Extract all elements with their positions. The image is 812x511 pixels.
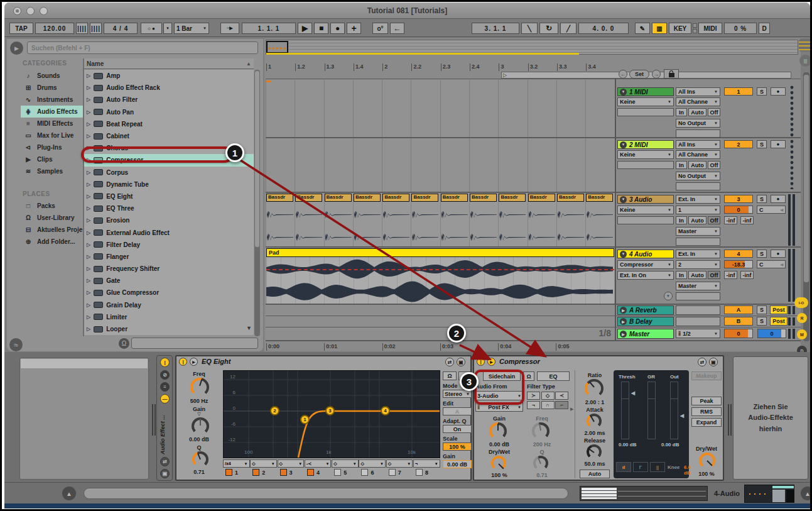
disclosure-icon[interactable]: ▷ xyxy=(87,182,90,187)
pad-clip-title[interactable]: Pad xyxy=(266,248,614,257)
band-enable-checkbox[interactable] xyxy=(252,469,259,476)
clip-title[interactable]: Bassdr xyxy=(441,194,468,202)
rack-hot-swap-button[interactable]: ⇄ xyxy=(160,457,170,466)
comp-save-button[interactable]: ▣ xyxy=(709,358,718,366)
automation-arm-button[interactable]: o° xyxy=(372,23,388,34)
track2-monitor-in[interactable]: In xyxy=(676,161,687,169)
stop-button[interactable]: ■ xyxy=(314,23,328,34)
eq8-gain-knob[interactable] xyxy=(192,417,209,435)
track2-output[interactable]: No Output▼ xyxy=(676,172,720,180)
browser-device-row[interactable]: ▷ Flanger xyxy=(84,251,254,263)
rack-devices-toggle[interactable]: — xyxy=(160,394,170,404)
display-curve-button[interactable]: Γ xyxy=(633,462,648,472)
eq8-adaptq-toggle[interactable]: On xyxy=(443,425,472,433)
track4-arm-button[interactable]: ● xyxy=(771,250,786,258)
audio-clip-bassdrum[interactable]: Bassdr xyxy=(411,193,440,247)
disclosure-icon[interactable]: ▷ xyxy=(87,109,90,115)
track2-routing-menu[interactable]: Keine▼ xyxy=(617,150,674,159)
fold-track-icon[interactable]: ▼ xyxy=(620,89,627,96)
preview-headphone-icon[interactable]: Ω xyxy=(119,338,129,349)
nudge-down-button[interactable]: |||| xyxy=(76,23,88,34)
track1-title[interactable]: ▼1 MIDI xyxy=(617,87,674,96)
eq-band-selector[interactable]: ◇▼ 2 xyxy=(250,459,277,476)
track2-title[interactable]: ▼2 MIDI xyxy=(617,140,674,149)
band-enable-checkbox[interactable] xyxy=(225,469,232,476)
rack-activator-button[interactable]: | xyxy=(160,358,170,367)
audio-clip-bassdrum[interactable]: Bassdr xyxy=(266,193,295,247)
comp-auto-release-toggle[interactable]: Auto xyxy=(580,470,610,478)
time-signature-field[interactable]: 4 / 4 xyxy=(104,23,138,34)
comp-q-value[interactable]: 0.71 xyxy=(523,472,561,478)
loop-button[interactable]: ↻ xyxy=(539,23,558,34)
disclosure-icon[interactable]: ▷ xyxy=(87,133,90,139)
browser-device-row[interactable]: ▷ Dynamic Tube xyxy=(84,179,254,190)
metronome-menu-arrow[interactable]: ▼ xyxy=(163,23,172,34)
search-input[interactable] xyxy=(27,41,258,54)
track2-solo-button[interactable]: S xyxy=(757,140,767,148)
display-activity-button[interactable]: ıl xyxy=(616,462,631,472)
disclosure-icon[interactable]: ▷ xyxy=(87,242,90,248)
track3-title[interactable]: ▼3 Audio xyxy=(617,195,674,204)
browser-device-row[interactable]: ▷ Gate xyxy=(84,275,254,287)
clip-title[interactable]: Bassdr xyxy=(499,194,526,202)
sidebar-category-item[interactable]: ≡ MIDI Effects xyxy=(21,118,83,129)
track1-solo-button[interactable]: S xyxy=(757,87,767,96)
comp-release-value[interactable]: 50.0 ms xyxy=(577,461,612,467)
track3-pan-slider[interactable]: C◀ xyxy=(757,206,786,214)
audio-clip-bassdrum[interactable]: Bassdr xyxy=(470,193,499,247)
eq8-band3-handle[interactable]: 3 xyxy=(325,406,335,415)
filter-type-button[interactable]: ¬ xyxy=(527,401,540,409)
master-pan-slider[interactable]: 0 xyxy=(757,329,786,338)
comp-peak-toggle[interactable]: Peak xyxy=(691,397,722,405)
browser-device-row[interactable]: ▷ Auto Pan xyxy=(84,106,254,118)
display-collapsed-button[interactable]: || xyxy=(650,462,665,472)
comp-q-knob[interactable] xyxy=(533,456,548,471)
band-enable-checkbox[interactable] xyxy=(416,469,423,476)
band-enable-checkbox[interactable] xyxy=(334,469,341,476)
rack-title[interactable]: Audio Effect ... xyxy=(160,407,166,454)
arrangement-lock-button[interactable] xyxy=(664,69,679,79)
browser-device-row[interactable]: ▷ Beat Repeat xyxy=(84,118,254,130)
browser-device-row[interactable]: ▷ EQ Three xyxy=(84,202,254,214)
audio-clip-bassdrum[interactable]: Bassdr xyxy=(528,193,557,247)
comp-fold-button[interactable]: ▶ xyxy=(487,358,495,366)
rack-macro-toggle[interactable]: ⊘ xyxy=(160,370,170,380)
time-ruler[interactable]: 0:000:010:020:030:040:05 xyxy=(266,342,615,351)
eq8-gain-value[interactable]: 0.00 dB xyxy=(181,436,217,442)
track3-input-type[interactable]: Ext. In▼ xyxy=(676,195,720,204)
track2-input-type[interactable]: All Ins▼ xyxy=(676,140,720,149)
track1-monitor-off[interactable]: Off xyxy=(708,108,720,116)
sort-ascending-icon[interactable]: ▲ xyxy=(246,61,251,67)
sidebar-place-item[interactable]: Ω User-Library xyxy=(21,212,83,224)
play-icon[interactable]: ▶ xyxy=(620,331,627,338)
follow-button[interactable]: ∙∙▶ xyxy=(220,23,239,34)
return-a-solo-button[interactable]: S xyxy=(757,305,767,314)
eq8-audition-headphone-button[interactable]: Ω xyxy=(443,371,457,380)
comp-makeup-toggle[interactable]: Makeup xyxy=(691,371,722,380)
track1-input-type[interactable]: All Ins▼ xyxy=(676,87,720,96)
clip-title[interactable]: Bassdr xyxy=(325,194,352,202)
master-title[interactable]: ▶Master xyxy=(617,329,674,339)
show-device-view-button[interactable]: ▲ xyxy=(801,486,812,500)
comp-eq-toggle[interactable]: EQ xyxy=(537,371,570,381)
track4-routing2-menu[interactable]: Ext. In On▼ xyxy=(617,271,674,280)
clip-overview-strip[interactable] xyxy=(580,486,708,501)
sidebar-category-item[interactable]: ▭ Max for Live xyxy=(21,129,83,141)
track2-lane[interactable] xyxy=(266,138,615,192)
browser-device-row[interactable]: ▷ Cabinet xyxy=(84,130,254,142)
band-enable-checkbox[interactable] xyxy=(307,469,314,476)
sidebar-category-item[interactable]: ♪ Sounds xyxy=(21,70,83,82)
track4-input-type[interactable]: Ext. In▼ xyxy=(676,250,720,258)
track4-routing-menu[interactable]: Compressor▼ xyxy=(617,260,674,269)
return-b-solo-button[interactable]: S xyxy=(757,317,767,326)
beat-ruler[interactable]: 11.21.31.422.22.32.433.23.33.4 xyxy=(266,62,615,72)
disclosure-icon[interactable]: ▷ xyxy=(87,194,90,199)
band-shape-menu[interactable]: ¬▼ xyxy=(413,459,440,468)
disclosure-icon[interactable]: ▷ xyxy=(87,97,90,102)
track4-output[interactable]: Master▼ xyxy=(676,282,720,290)
master-lane[interactable] xyxy=(266,327,615,341)
disclosure-icon[interactable]: ▷ xyxy=(87,266,90,272)
disclosure-icon[interactable]: ▷ xyxy=(87,290,90,295)
filter-type-button[interactable]: ∩ xyxy=(541,401,555,409)
computer-midi-keyboard-button[interactable]: ▥ xyxy=(652,23,667,34)
